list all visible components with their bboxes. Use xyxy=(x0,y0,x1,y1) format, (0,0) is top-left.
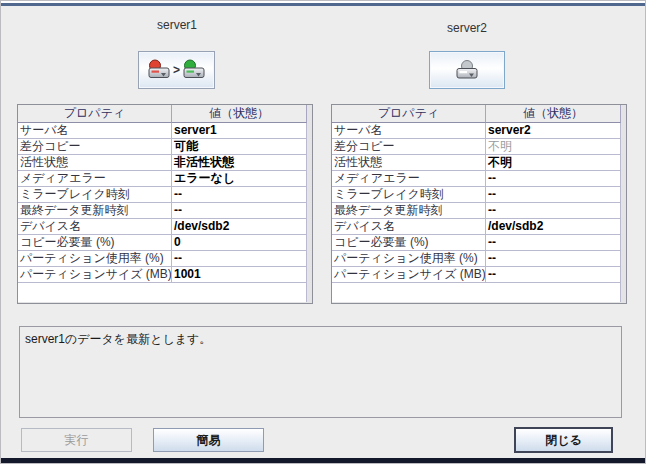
property-cell: メディアエラー xyxy=(18,171,172,187)
property-cell: コピー必要量 (%) xyxy=(332,235,486,251)
property-cell: 差分コピー xyxy=(332,139,486,155)
property-cell: パーティション使用率 (%) xyxy=(332,251,486,267)
execute-button: 実行 xyxy=(21,428,132,452)
table-row[interactable]: コピー必要量 (%)0 xyxy=(18,235,307,251)
disk-unknown-gray-icon xyxy=(454,59,480,81)
table-row[interactable]: 差分コピー可能 xyxy=(18,139,307,155)
value-cell: server1 xyxy=(172,123,307,139)
property-cell: 差分コピー xyxy=(18,139,172,155)
property-cell: デバイス名 xyxy=(18,219,172,235)
value-cell: -- xyxy=(486,267,621,283)
value-cell: -- xyxy=(486,235,621,251)
green-disk-icon xyxy=(182,59,206,81)
server1-mirror-copy-button[interactable]: > xyxy=(138,51,215,89)
property-column-header: プロパティ xyxy=(18,105,172,123)
top-strip xyxy=(1,3,645,6)
table-row[interactable]: 活性状態非活性状態 xyxy=(18,155,307,171)
server2-table-body: サーバ名server2差分コピー不明活性状態不明メディアエラー--ミラーブレイク… xyxy=(332,123,621,283)
table-row[interactable]: 活性状態不明 xyxy=(332,155,621,171)
server1-table-body: サーバ名server1差分コピー可能活性状態非活性状態メディアエラーエラーなしミ… xyxy=(18,123,307,283)
table-row[interactable]: パーティションサイズ (MB)-- xyxy=(332,267,621,283)
property-cell: ミラーブレイク時刻 xyxy=(332,187,486,203)
property-cell: デバイス名 xyxy=(332,219,486,235)
server1-label: server1 xyxy=(117,18,237,32)
table-row[interactable]: ミラーブレイク時刻-- xyxy=(18,187,307,203)
table-row[interactable]: ミラーブレイク時刻-- xyxy=(332,187,621,203)
value-cell: 不明 xyxy=(486,155,621,171)
table-row[interactable]: 最終データ更新時刻-- xyxy=(18,203,307,219)
table-row[interactable]: デバイス名/dev/sdb2 xyxy=(18,219,307,235)
table-row[interactable]: メディアエラー-- xyxy=(332,171,621,187)
property-cell: コピー必要量 (%) xyxy=(18,235,172,251)
value-cell: -- xyxy=(172,251,307,267)
disk-copy-red-to-green-icon: > xyxy=(147,59,206,81)
value-cell: -- xyxy=(486,251,621,267)
status-message-text: server1のデータを最新とします。 xyxy=(25,332,211,346)
gray-disk-icon xyxy=(454,59,480,81)
server2-disk-status-button[interactable] xyxy=(429,51,505,89)
table-row[interactable]: サーバ名server1 xyxy=(18,123,307,139)
table-row[interactable]: パーティション使用率 (%)-- xyxy=(18,251,307,267)
server2-label: server2 xyxy=(407,21,527,35)
property-cell: 最終データ更新時刻 xyxy=(332,203,486,219)
table-row[interactable]: パーティション使用率 (%)-- xyxy=(332,251,621,267)
property-cell: パーティションサイズ (MB) xyxy=(332,267,486,283)
property-cell: 活性状態 xyxy=(332,155,486,171)
table-row[interactable]: サーバ名server2 xyxy=(332,123,621,139)
table-empty-area xyxy=(332,283,621,302)
table-row[interactable]: メディアエラーエラーなし xyxy=(18,171,307,187)
server1-table-pane: プロパティ 値（状態） サーバ名server1差分コピー可能活性状態非活性状態メ… xyxy=(17,104,313,304)
server1-property-table: プロパティ 値（状態） サーバ名server1差分コピー可能活性状態非活性状態メ… xyxy=(18,105,307,302)
property-cell: メディアエラー xyxy=(332,171,486,187)
property-cell: ミラーブレイク時刻 xyxy=(18,187,172,203)
property-cell: パーティションサイズ (MB) xyxy=(18,267,172,283)
status-message-panel: server1のデータを最新とします。 xyxy=(19,326,622,418)
mirror-disk-helper-dialog: server1 > xyxy=(0,0,646,464)
property-cell: 活性状態 xyxy=(18,155,172,171)
table-row[interactable]: コピー必要量 (%)-- xyxy=(332,235,621,251)
value-cell: エラーなし xyxy=(172,171,307,187)
value-cell: -- xyxy=(486,187,621,203)
property-cell: 最終データ更新時刻 xyxy=(18,203,172,219)
table-row[interactable]: 最終データ更新時刻-- xyxy=(332,203,621,219)
property-cell: サーバ名 xyxy=(18,123,172,139)
table-row[interactable]: パーティションサイズ (MB)1001 xyxy=(18,267,307,283)
value-cell: server2 xyxy=(486,123,621,139)
value-cell: 可能 xyxy=(172,139,307,155)
property-column-header: プロパティ xyxy=(332,105,486,123)
value-cell: -- xyxy=(172,187,307,203)
table-header-row: プロパティ 値（状態） xyxy=(332,105,621,123)
table-header-row: プロパティ 値（状態） xyxy=(18,105,307,123)
value-cell: -- xyxy=(486,203,621,219)
table-empty-area xyxy=(18,283,307,302)
bottom-bar xyxy=(1,458,645,463)
value-cell: /dev/sdb2 xyxy=(172,219,307,235)
value-cell: -- xyxy=(486,171,621,187)
table-row[interactable]: デバイス名/dev/sdb2 xyxy=(332,219,621,235)
red-disk-icon xyxy=(147,59,171,81)
server2-property-table: プロパティ 値（状態） サーバ名server2差分コピー不明活性状態不明メディア… xyxy=(332,105,621,302)
value-column-header: 値（状態） xyxy=(486,105,621,123)
property-cell: サーバ名 xyxy=(332,123,486,139)
simple-button[interactable]: 簡易 xyxy=(153,428,264,452)
property-cell: パーティション使用率 (%) xyxy=(18,251,172,267)
value-cell: 不明 xyxy=(486,139,621,155)
value-column-header: 値（状態） xyxy=(172,105,307,123)
value-cell: 1001 xyxy=(172,267,307,283)
value-cell: /dev/sdb2 xyxy=(486,219,621,235)
value-cell: 非活性状態 xyxy=(172,155,307,171)
table-row[interactable]: 差分コピー不明 xyxy=(332,139,621,155)
value-cell: 0 xyxy=(172,235,307,251)
server2-table-pane: プロパティ 値（状態） サーバ名server2差分コピー不明活性状態不明メディア… xyxy=(331,104,627,304)
value-cell: -- xyxy=(172,203,307,219)
copy-direction-arrow: > xyxy=(172,64,181,76)
close-button[interactable]: 閉じる xyxy=(514,427,613,453)
